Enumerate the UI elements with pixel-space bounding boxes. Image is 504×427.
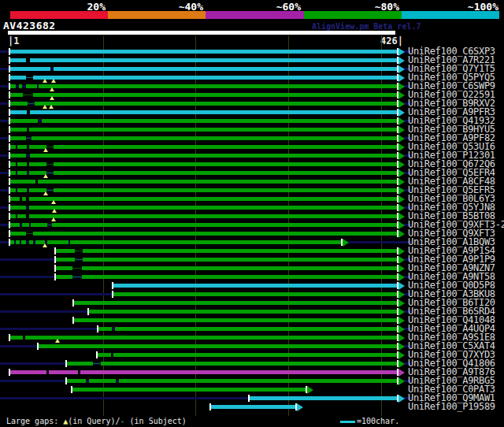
- alignment-bar-segment[interactable]: [82, 266, 397, 270]
- hit-label[interactable]: UniRef100_P19589: [408, 403, 495, 411]
- alignment-bar-segment[interactable]: [67, 362, 93, 366]
- alignment-bar-segment[interactable]: [10, 240, 14, 244]
- alignment-bar-segment[interactable]: [54, 162, 396, 166]
- alignment-bar-segment[interactable]: [98, 353, 112, 357]
- alignment-bar-segment[interactable]: [17, 214, 26, 218]
- alignment-bar-segment[interactable]: [10, 136, 26, 140]
- alignment-bar-segment[interactable]: [29, 214, 397, 218]
- alignment-bar-segment[interactable]: [10, 180, 35, 184]
- alignment-bar-segment[interactable]: [10, 128, 27, 132]
- alignment-bar-segment[interactable]: [10, 50, 397, 54]
- alignment-bar-segment[interactable]: [89, 310, 397, 314]
- alignment-bar-segment[interactable]: [35, 102, 397, 106]
- alignment-bar-segment[interactable]: [10, 58, 26, 62]
- alignment-bar-segment[interactable]: [113, 292, 397, 296]
- alignment-bar-segment[interactable]: [70, 240, 341, 244]
- alignment-bar-segment[interactable]: [83, 249, 397, 253]
- alignment-bar-segment[interactable]: [80, 370, 396, 374]
- alignment-bar-segment[interactable]: [29, 240, 34, 244]
- alignment-start-tick: [87, 308, 89, 315]
- alignment-bar-segment[interactable]: [10, 223, 20, 227]
- alignment-bar-segment[interactable]: [17, 145, 27, 149]
- alignment-bar-segment[interactable]: [10, 197, 20, 201]
- alignment-bar-segment[interactable]: [119, 379, 397, 383]
- alignment-bar-segment[interactable]: [72, 388, 306, 392]
- alignment-bar-segment[interactable]: [17, 188, 27, 192]
- alignment-bar-segment[interactable]: [56, 249, 76, 253]
- alignment-bar-segment[interactable]: [17, 171, 27, 175]
- arrowhead-icon: [398, 291, 405, 299]
- alignment-bar-segment[interactable]: [10, 145, 16, 149]
- arrowhead-icon: [398, 343, 405, 351]
- alignment-bar-segment[interactable]: [30, 58, 397, 62]
- alignment-bar-segment[interactable]: [54, 188, 396, 192]
- alignment-row[interactable]: UniRef100_P19589: [0, 403, 504, 411]
- alignment-bar-segment[interactable]: [29, 162, 46, 166]
- alignment-bar-segment[interactable]: [33, 93, 396, 97]
- alignment-bar-segment[interactable]: [10, 214, 16, 218]
- alignment-bar-segment[interactable]: [83, 258, 397, 262]
- alignment-bar-segment[interactable]: [39, 344, 396, 348]
- alignment-bar-segment[interactable]: [30, 154, 397, 158]
- alignment-bar-segment[interactable]: [49, 370, 77, 374]
- alignment-bar-segment[interactable]: [56, 266, 72, 270]
- alignment-bar-segment[interactable]: [21, 240, 26, 244]
- alignment-bar-segment[interactable]: [10, 119, 38, 123]
- alignment-bar-segment[interactable]: [19, 84, 23, 88]
- alignment-bar-segment[interactable]: [98, 327, 113, 331]
- alignment-bar-segment[interactable]: [10, 232, 26, 236]
- alignment-bar-segment[interactable]: [250, 396, 397, 400]
- alignment-bar-segment[interactable]: [10, 370, 46, 374]
- alignment-bar-segment[interactable]: [211, 405, 295, 409]
- alignment-bar-segment[interactable]: [10, 110, 27, 114]
- alignment-bar-segment[interactable]: [82, 275, 397, 279]
- alignment-bar-segment[interactable]: [10, 154, 26, 158]
- alignment-bar-segment[interactable]: [10, 76, 26, 80]
- alignment-bar-segment[interactable]: [47, 240, 69, 244]
- alignment-bar-segment[interactable]: [74, 318, 396, 322]
- alignment-bar-segment[interactable]: [10, 336, 23, 340]
- alignment-bar-segment[interactable]: [32, 136, 397, 140]
- alignment-bar-segment[interactable]: [26, 84, 37, 88]
- alignment-start-tick: [112, 282, 113, 289]
- identity-color-scale: [10, 11, 499, 19]
- alignment-bar-segment[interactable]: [10, 93, 23, 97]
- alignment-bar-segment[interactable]: [29, 128, 397, 132]
- alignment-bar-segment[interactable]: [115, 327, 397, 331]
- alignment-bar-segment[interactable]: [54, 67, 396, 71]
- alignment-bar-segment[interactable]: [113, 284, 397, 288]
- alignment-bar-segment[interactable]: [31, 223, 47, 227]
- alignment-bar-segment[interactable]: [10, 102, 28, 106]
- alignment-bar-segment[interactable]: [29, 197, 397, 201]
- alignment-bar-segment[interactable]: [38, 180, 396, 184]
- alignment-bar-segment[interactable]: [89, 379, 116, 383]
- alignment-start-tick: [9, 213, 10, 220]
- alignment-bar-segment[interactable]: [10, 206, 26, 210]
- alignment-bar-segment[interactable]: [56, 258, 76, 262]
- alignment-bar-segment[interactable]: [22, 223, 28, 227]
- alignment-bar-segment[interactable]: [113, 353, 397, 357]
- alignment-bar-segment[interactable]: [29, 206, 397, 210]
- alignment-bar-segment[interactable]: [10, 171, 16, 175]
- alignment-bar-segment[interactable]: [16, 240, 20, 244]
- alignment-bar-segment[interactable]: [17, 162, 27, 166]
- alignment-bar-segment[interactable]: [10, 84, 16, 88]
- alignment-bar-segment[interactable]: [22, 197, 26, 201]
- alignment-bar-segment[interactable]: [52, 223, 397, 227]
- alignment-bar-segment[interactable]: [30, 110, 397, 114]
- alignment-bar-segment[interactable]: [54, 145, 396, 149]
- alignment-bar-segment[interactable]: [42, 119, 397, 123]
- alignment-bar-segment[interactable]: [74, 301, 396, 305]
- alignment-bar-segment[interactable]: [10, 188, 16, 192]
- alignment-bar-segment[interactable]: [39, 84, 396, 88]
- alignment-bar-segment[interactable]: [10, 67, 50, 71]
- alignment-bar-segment[interactable]: [33, 232, 396, 236]
- alignment-bar-segment[interactable]: [101, 362, 396, 366]
- alignment-bar-segment[interactable]: [54, 171, 396, 175]
- alignment-bar-segment[interactable]: [33, 76, 396, 80]
- alignment-bar-segment[interactable]: [10, 162, 16, 166]
- arrowhead-icon: [398, 169, 405, 177]
- alignment-bar-segment[interactable]: [56, 275, 72, 279]
- alignment-bar-segment[interactable]: [67, 379, 87, 383]
- alignment-bar-segment[interactable]: [25, 336, 397, 340]
